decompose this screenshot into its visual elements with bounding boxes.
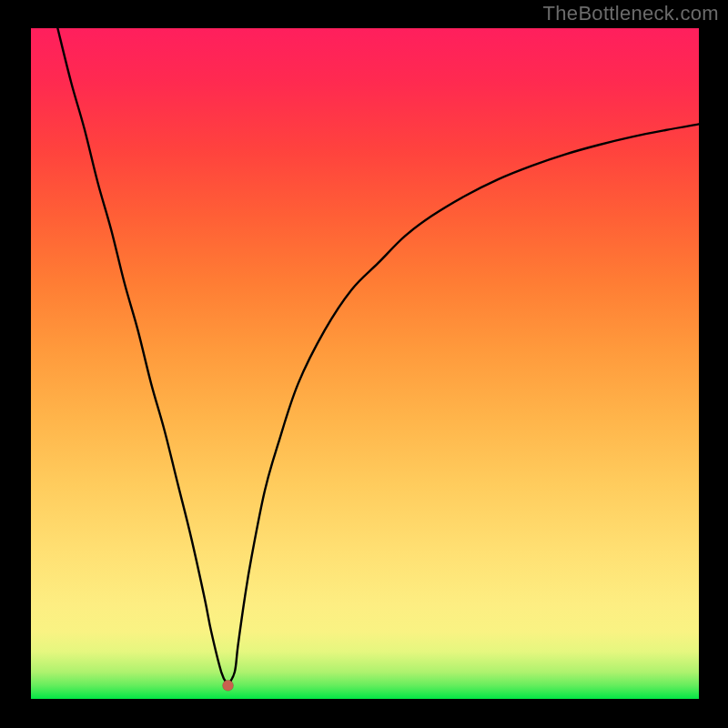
chart-container: TheBottleneck.com — [0, 0, 728, 728]
curve-layer — [31, 28, 699, 699]
plot-frame — [31, 28, 699, 699]
minimum-marker-dot — [223, 680, 234, 691]
curve-right-branch — [228, 124, 699, 685]
watermark-text: TheBottleneck.com — [543, 2, 719, 25]
curve-left-branch — [57, 28, 228, 685]
